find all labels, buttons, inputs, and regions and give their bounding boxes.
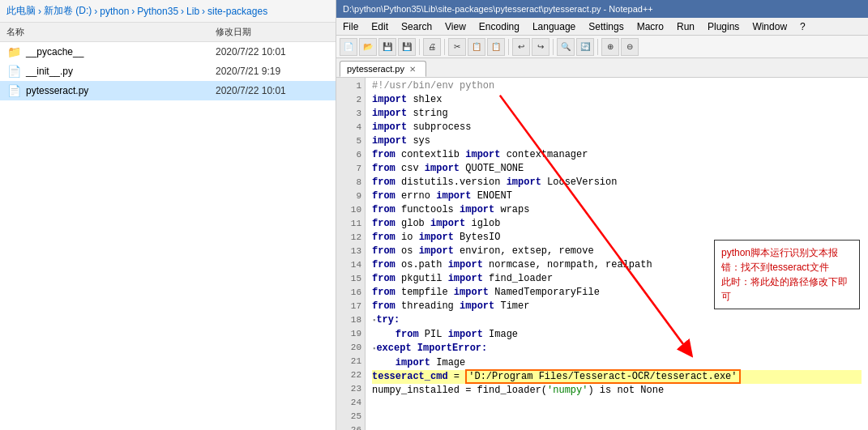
line-number: 3	[336, 107, 361, 121]
code-line: from contextlib import contextmanager	[372, 148, 862, 162]
code-line: import string	[372, 107, 862, 121]
menu-window[interactable]: Window	[746, 19, 793, 34]
breadcrumb-part[interactable]: Lib	[186, 6, 199, 17]
paste-button[interactable]: 📋	[487, 38, 505, 56]
zoom-out-button[interactable]: ⊖	[621, 38, 639, 56]
tab-close-icon[interactable]: ✕	[409, 65, 416, 74]
toolbar-separator	[444, 39, 445, 55]
line-number: 9	[336, 189, 361, 203]
toolbar: 📄 📂 💾 💾 🖨 ✂ 📋 📋 ↩ ↪ 🔍 🔄 ⊕ ⊖	[336, 36, 868, 58]
menu-search[interactable]: Search	[395, 19, 438, 34]
annotation-box: python脚本运行识别文本报错：找不到tesseract文件此时：将此处的路径…	[714, 240, 860, 309]
file-name: pytesseract.py	[26, 85, 216, 96]
breadcrumb-part[interactable]: site-packages	[207, 6, 267, 17]
column-date-header[interactable]: 修改日期	[216, 26, 329, 38]
code-line: from glob import iglob	[372, 217, 862, 231]
breadcrumb-part[interactable]: Python35	[137, 6, 178, 17]
file-name: __init__.py	[26, 66, 216, 77]
menu-bar: File Edit Search View Encoding Language …	[336, 18, 868, 36]
line-number: 25	[336, 410, 361, 424]
line-number: 4	[336, 121, 361, 134]
code-line: numpy_installed = find_loader('numpy') i…	[372, 384, 862, 398]
code-line: from functools import wraps	[372, 203, 862, 217]
file-name: __pycache__	[26, 46, 216, 57]
code-line: tesseract_cmd = 'D:/Program Files/Tesser…	[372, 370, 862, 384]
code-line: from PIL import Image	[372, 328, 862, 342]
menu-language[interactable]: Language	[526, 19, 582, 34]
annotation-text: python脚本运行识别文本报错：找不到tesseract文件此时：将此处的路径…	[721, 247, 848, 302]
py-file-icon: 📄	[6, 83, 21, 98]
new-button[interactable]: 📄	[340, 38, 357, 56]
file-modified: 2020/7/22 10:01	[216, 85, 329, 96]
breadcrumb-part[interactable]: python	[100, 6, 129, 17]
line-number: 8	[336, 176, 361, 189]
save-all-button[interactable]: 💾	[398, 38, 416, 56]
tab-bar: pytesseract.py ✕	[336, 58, 868, 78]
line-number: 7	[336, 162, 361, 176]
line-number: 23	[336, 382, 361, 396]
menu-encoding[interactable]: Encoding	[472, 19, 526, 34]
toolbar-separator	[508, 39, 509, 55]
cut-button[interactable]: ✂	[448, 38, 466, 56]
line-number: 15	[336, 272, 361, 286]
toolbar-separator	[419, 39, 420, 55]
line-number: 13	[336, 245, 361, 258]
file-modified: 2020/7/21 9:19	[216, 66, 329, 77]
line-number: 19	[336, 327, 361, 341]
menu-plugins[interactable]: Plugins	[701, 19, 746, 34]
zoom-in-button[interactable]: ⊕	[601, 38, 619, 56]
line-number: 5	[336, 134, 361, 148]
column-name-header[interactable]: 名称	[6, 26, 216, 38]
menu-file[interactable]: File	[336, 19, 365, 34]
line-number: 10	[336, 203, 361, 217]
replace-button[interactable]: 🔄	[576, 38, 594, 56]
line-number: 1	[336, 79, 361, 93]
find-button[interactable]: 🔍	[557, 38, 575, 56]
line-number: 17	[336, 300, 361, 313]
line-number: 18	[336, 313, 361, 327]
line-numbers: 1234567891011121314151617181920212223242…	[336, 78, 366, 430]
tab-label: pytesseract.py	[347, 64, 404, 74]
breadcrumb: 此电脑 › 新加卷 (D:) › python › Python35 › Lib…	[0, 0, 336, 23]
code-line: #!/usr/bin/env python	[372, 79, 862, 93]
code-line: from csv import QUOTE_NONE	[372, 162, 862, 176]
title-bar: D:\python\Python35\Lib\site-packages\pyt…	[336, 0, 868, 18]
code-line: import Image	[372, 356, 862, 370]
menu-macro[interactable]: Macro	[631, 19, 670, 34]
tab-pytesseract[interactable]: pytesseract.py ✕	[340, 61, 426, 77]
toolbar-separator	[597, 39, 598, 55]
line-number: 16	[336, 286, 361, 300]
list-item[interactable]: 📁 __pycache__ 2020/7/22 10:01	[0, 42, 336, 62]
code-line: ▪except ImportError:	[372, 342, 862, 356]
line-number: 20	[336, 341, 361, 355]
title-bar-text: D:\python\Python35\Lib\site-packages\pyt…	[343, 4, 653, 14]
copy-button[interactable]: 📋	[468, 38, 485, 56]
file-list-header: 名称 修改日期	[0, 23, 336, 42]
menu-settings[interactable]: Settings	[582, 19, 630, 34]
breadcrumb-part[interactable]: 新加卷 (D:)	[44, 4, 92, 18]
redo-button[interactable]: ↪	[532, 38, 549, 56]
file-explorer: 此电脑 › 新加卷 (D:) › python › Python35 › Lib…	[0, 0, 336, 430]
file-list: 📁 __pycache__ 2020/7/22 10:01 📄 __init__…	[0, 42, 336, 430]
menu-view[interactable]: View	[438, 19, 472, 34]
menu-run[interactable]: Run	[670, 19, 701, 34]
breadcrumb-part[interactable]: 此电脑	[6, 4, 36, 18]
line-number: 22	[336, 368, 361, 382]
line-number: 6	[336, 148, 361, 162]
list-item[interactable]: 📄 __init__.py 2020/7/21 9:19	[0, 62, 336, 81]
menu-help[interactable]: ?	[793, 19, 812, 34]
line-number: 11	[336, 217, 361, 231]
save-button[interactable]: 💾	[378, 38, 396, 56]
undo-button[interactable]: ↩	[512, 38, 530, 56]
list-item[interactable]: 📄 pytesseract.py 2020/7/22 10:01	[0, 81, 336, 100]
code-line: ▪try:	[372, 313, 862, 328]
print-button[interactable]: 🖨	[423, 38, 441, 56]
menu-edit[interactable]: Edit	[365, 19, 395, 34]
folder-icon: 📁	[6, 45, 21, 59]
code-line: from distutils.version import LooseVersi…	[372, 176, 862, 189]
open-button[interactable]: 📂	[359, 38, 377, 56]
line-number: 2	[336, 93, 361, 107]
code-line: import sys	[372, 134, 862, 148]
toolbar-separator	[553, 39, 554, 55]
line-number: 21	[336, 355, 361, 368]
